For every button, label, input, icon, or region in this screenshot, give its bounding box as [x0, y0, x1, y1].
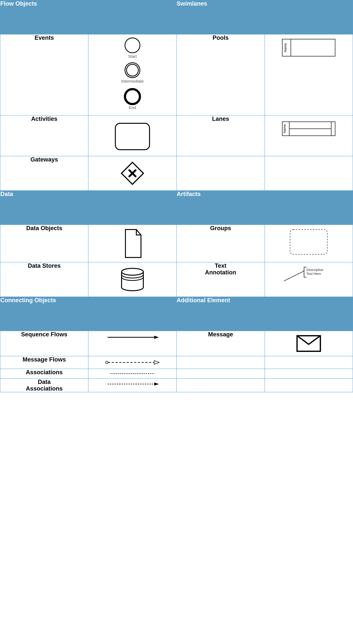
icon-gateways: [88, 156, 176, 190]
caption-intermediate: Intermediate: [121, 79, 144, 84]
caption-end: End: [129, 105, 136, 110]
label-message-flows: Message Flows: [0, 356, 88, 369]
header-swimlanes: Swimlanes: [177, 0, 353, 34]
label-data-objects: Data Objects: [0, 225, 88, 262]
empty-cell-8: [265, 378, 353, 392]
pool-name-text: Name: [283, 43, 287, 52]
caption-start: Start: [128, 54, 137, 59]
svg-rect-4: [282, 39, 335, 56]
icon-data-associations: [88, 378, 176, 392]
svg-point-3: [125, 89, 140, 104]
label-associations: Associations: [0, 369, 88, 378]
label-lanes: Lanes: [177, 116, 265, 156]
label-data-stores: Data Stores: [0, 262, 88, 297]
label-pools: Pools: [177, 34, 265, 116]
annotation-text-line2: Text Here: [306, 272, 321, 276]
svg-point-2: [127, 64, 138, 76]
bpmn-elements-table: Flow Objects Swimlanes Events Start Inte…: [0, 0, 353, 392]
icon-message-flows: [88, 356, 176, 369]
empty-cell-5: [177, 369, 265, 378]
empty-cell-7: [177, 378, 265, 392]
label-gateways: Gateways: [0, 156, 88, 190]
header-artifacts: Artifacts: [177, 190, 353, 225]
empty-cell-6: [265, 369, 353, 378]
label-text-annotation: Text Annotation: [177, 262, 265, 297]
svg-line-16: [284, 271, 304, 281]
svg-point-1: [125, 63, 140, 78]
svg-rect-14: [290, 230, 327, 254]
empty-cell-1: [177, 156, 265, 190]
icon-message: [265, 331, 353, 356]
svg-rect-6: [115, 123, 150, 150]
icon-associations: [88, 369, 176, 378]
empty-cell-4: [265, 356, 353, 369]
icon-sequence-flows: [88, 331, 176, 356]
annotation-text-line1: Descriptive: [306, 268, 323, 272]
icon-activities: [88, 116, 176, 156]
label-activities: Activities: [0, 116, 88, 156]
header-connecting-objects: Connecting Objects: [0, 297, 177, 331]
icon-pools: Name: [265, 34, 353, 116]
icon-data-objects: [88, 225, 176, 262]
empty-cell-3: [177, 356, 265, 369]
svg-point-0: [125, 38, 140, 53]
icon-events: Start Intermediate End: [88, 34, 176, 116]
icon-data-stores: [88, 262, 176, 297]
label-events: Events: [0, 34, 88, 116]
svg-marker-18: [154, 336, 159, 339]
svg-point-15: [122, 268, 143, 275]
svg-marker-25: [154, 382, 159, 386]
header-additional-element: Additional Element: [177, 297, 353, 331]
icon-groups: [265, 225, 353, 262]
header-data: Data: [0, 190, 177, 225]
label-groups: Groups: [177, 225, 265, 262]
label-sequence-flows: Sequence Flows: [0, 331, 88, 356]
empty-cell-2: [265, 156, 353, 190]
label-data-associations: Data Associations: [0, 378, 88, 392]
icon-text-annotation: Descriptive Text Here: [265, 262, 353, 297]
label-message: Message: [177, 331, 265, 356]
svg-marker-22: [154, 360, 159, 364]
header-flow-objects: Flow Objects: [0, 0, 177, 34]
svg-point-20: [106, 361, 108, 364]
icon-lanes: Name: [265, 116, 353, 156]
lane-name-text: Name: [283, 124, 286, 134]
